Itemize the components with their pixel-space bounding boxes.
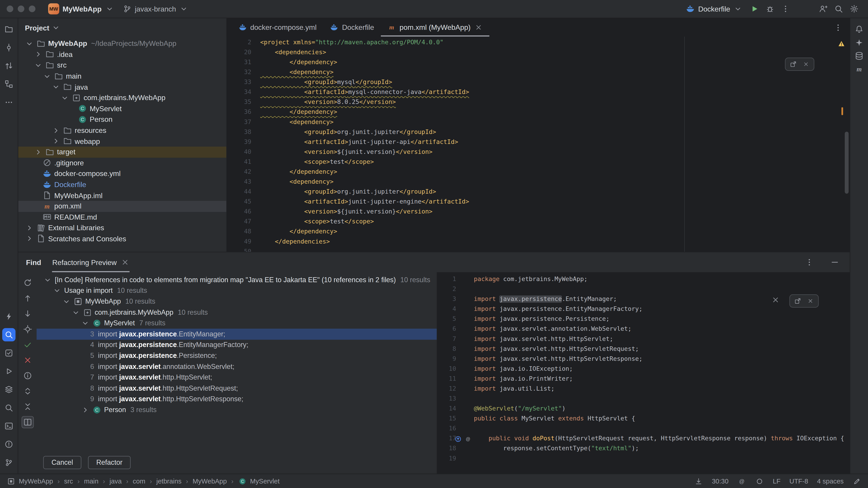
refactor-button[interactable]: Refactor (88, 456, 131, 469)
usage-row[interactable]: 6import javax.servlet.annotation.WebServ… (37, 361, 437, 372)
code-line[interactable]: 49 </dependencies> (227, 237, 850, 247)
git-branch-icon[interactable] (2, 456, 16, 469)
usage-row[interactable]: 3import javax.persistence.EntityManager; (37, 329, 437, 339)
editor-scrollbar[interactable] (845, 132, 848, 194)
code-line[interactable]: 48 </dependency> (227, 227, 850, 237)
chevron-right-icon[interactable] (34, 148, 42, 156)
code-line[interactable]: 2<project xmlns="http://maven.apache.org… (227, 38, 850, 48)
code-line[interactable]: 43 <dependency> (227, 177, 850, 187)
debug-button[interactable] (763, 2, 777, 16)
arrow-down-icon[interactable] (21, 308, 33, 320)
bolt-icon[interactable] (2, 310, 16, 323)
collapse-all-icon[interactable] (21, 400, 33, 413)
code-line[interactable]: 9import javax.servlet.http.HttpServletRe… (437, 354, 850, 364)
code-line[interactable]: 46 <version>${junit.version}</version> (227, 207, 850, 217)
breadcrumb-item[interactable]: com (133, 477, 145, 485)
code-line[interactable]: 7import javax.servlet.http.HttpServlet; (437, 334, 850, 344)
tree-row[interactable]: .idea (18, 49, 226, 60)
ai-assistant-icon[interactable] (852, 36, 866, 49)
code-line[interactable]: 8import javax.servlet.http.HttpServletRe… (437, 344, 850, 354)
code-line[interactable]: 16 (437, 424, 850, 434)
code-line[interactable]: 18 response.setContentType("text/html"); (437, 444, 850, 454)
project-folder-icon[interactable] (2, 23, 16, 36)
close-icon[interactable] (474, 23, 483, 32)
tree-row[interactable]: main (18, 71, 226, 82)
tree-row[interactable]: mpom.xml (18, 201, 226, 212)
more-actions-icon[interactable] (778, 2, 793, 16)
problems-icon[interactable] (2, 437, 16, 451)
usage-row[interactable]: CPerson3 results (37, 404, 437, 416)
editor-tab[interactable]: Dockerfile (323, 18, 381, 37)
chevron-right-icon[interactable] (52, 126, 60, 135)
code-line[interactable]: 12import java.util.List; (437, 384, 850, 394)
tree-row[interactable]: webapp (18, 136, 226, 147)
breadcrumb-item[interactable]: MyWebApp (19, 477, 53, 485)
usage-row[interactable]: 7import javax.servlet.http.HttpServlet; (37, 372, 437, 383)
chevron-right-icon[interactable] (52, 137, 60, 145)
caret-position[interactable]: 30:30 (712, 477, 728, 485)
override-icon[interactable] (454, 434, 462, 443)
search-everywhere-icon[interactable] (831, 2, 846, 16)
tree-row[interactable]: CPerson (18, 114, 226, 125)
tree-row[interactable]: Dockerfile (18, 179, 226, 190)
indent-size[interactable]: 4 spaces (817, 477, 844, 485)
maximize-window-button[interactable] (29, 5, 35, 12)
project-panel-header[interactable]: Project (18, 18, 226, 37)
open-in-editor-icon[interactable] (789, 60, 798, 68)
notifications-icon[interactable] (852, 23, 866, 36)
tree-row[interactable]: com.jetbrains.MyWebApp (18, 92, 226, 103)
chevron-right-icon[interactable] (34, 50, 42, 59)
code-line[interactable]: 38 <groupId>org.junit.jupiter</groupId> (227, 127, 850, 137)
search-icon[interactable] (2, 401, 16, 415)
code-line[interactable]: 44 <groupId>org.junit.jupiter</groupId> (227, 187, 850, 197)
usage-row[interactable]: MyWebApp10 results (37, 296, 437, 307)
chevron-down-icon[interactable] (81, 319, 90, 328)
code-line[interactable]: 39 <artifactId>junit-jupiter-api</artifa… (227, 137, 850, 147)
code-line[interactable]: 20 <dependencies> (227, 48, 850, 58)
rerun-icon[interactable] (21, 276, 33, 289)
code-line[interactable]: 37 <dependency> (227, 117, 850, 127)
update-icon[interactable] (2, 59, 16, 72)
code-line[interactable]: 47 <scope>test</scope> (227, 217, 850, 227)
code-line[interactable]: 35 <version>8.0.25</version> (227, 97, 850, 107)
run-config-widget[interactable]: Dockerfile (682, 3, 746, 15)
usage-row[interactable]: 8import javax.servlet.http.HttpServletRe… (37, 383, 437, 394)
arrow-up-icon[interactable] (21, 292, 33, 304)
tree-row[interactable]: README.md (18, 212, 226, 223)
minimize-window-button[interactable] (18, 5, 24, 12)
run-icon[interactable] (2, 365, 16, 378)
branch-widget[interactable]: javax-branch (119, 3, 192, 15)
circle-icon[interactable] (755, 477, 764, 486)
code-line[interactable]: 13 (437, 394, 850, 404)
structure-icon[interactable] (2, 77, 16, 91)
code-line[interactable]: 10import java.io.IOException; (437, 364, 850, 374)
chevron-down-icon[interactable] (34, 61, 42, 70)
commit-icon[interactable] (2, 41, 16, 54)
tree-row[interactable]: CMyServlet (18, 103, 226, 114)
code-line[interactable]: 31 </dependency> (227, 58, 850, 68)
breadcrumb-item[interactable]: java (110, 477, 122, 485)
hide-panel-icon[interactable] (828, 255, 842, 269)
code-line[interactable]: 2 (437, 285, 850, 294)
code-line[interactable]: 34 <artifactId>mysql-connector-java</art… (227, 88, 850, 97)
chevron-down-icon[interactable] (60, 93, 69, 102)
code-line[interactable]: 17@ public void doPost(HttpServletReques… (437, 434, 850, 444)
usage-row[interactable]: CMyServlet7 results (37, 318, 437, 329)
pencil-icon[interactable] (852, 477, 861, 486)
tab-options-icon[interactable] (831, 20, 845, 35)
database-icon[interactable] (852, 49, 866, 63)
code-line[interactable]: 1package com.jetbrains.MyWebApp; (437, 274, 850, 285)
close-window-button[interactable] (6, 5, 13, 12)
todo-icon[interactable] (2, 346, 16, 360)
close-icon[interactable] (802, 60, 810, 68)
chevron-down-icon[interactable] (43, 72, 52, 80)
close-icon[interactable] (806, 297, 815, 305)
info-icon[interactable] (21, 369, 33, 382)
usage-row[interactable]: Usage in import10 results (37, 285, 437, 296)
tree-row[interactable]: MyWebApp.iml (18, 190, 226, 201)
expand-all-icon[interactable] (21, 385, 33, 397)
tree-row[interactable]: src (18, 60, 226, 71)
chevron-down-icon[interactable] (52, 83, 60, 91)
chevron-right-icon[interactable] (81, 405, 90, 414)
line-ending[interactable]: LF (773, 477, 780, 485)
